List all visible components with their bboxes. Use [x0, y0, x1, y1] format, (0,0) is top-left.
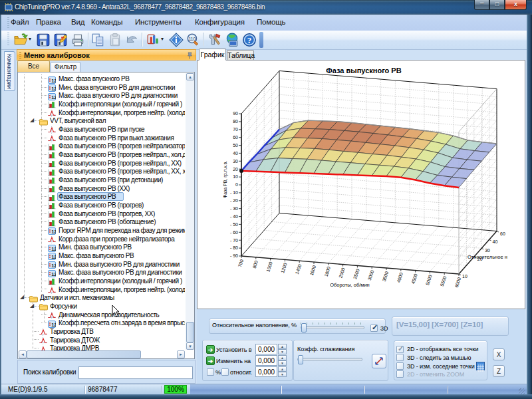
svg-text:Относительное н: Относительное н: [467, 254, 507, 260]
svg-text:4500: 4500: [410, 273, 418, 285]
svg-text:800: 800: [252, 260, 259, 269]
svg-text:50: 50: [233, 143, 238, 148]
svg-text:Фаза РВ, гр.п.к.в.: Фаза РВ, гр.п.к.в.: [223, 161, 228, 198]
svg-text:3000: 3000: [367, 269, 375, 281]
svg-text:2500: 2500: [352, 268, 360, 279]
svg-text:1600: 1600: [309, 265, 317, 276]
svg-text:40: 40: [233, 151, 238, 156]
svg-text:20: 20: [233, 167, 238, 172]
svg-text:40: 40: [493, 239, 498, 244]
svg-text:5500: 5500: [440, 275, 448, 287]
svg-text:- 10: - 10: [230, 190, 238, 195]
svg-text:30: 30: [233, 159, 238, 164]
svg-text:70: 70: [233, 127, 238, 132]
svg-text:10: 10: [462, 274, 467, 279]
svg-text:- 40: - 40: [230, 214, 238, 219]
svg-text:10: 10: [233, 174, 238, 179]
svg-text:- 80: - 80: [230, 245, 238, 250]
svg-text:60: 60: [233, 135, 238, 140]
svg-text:- 60: - 60: [230, 230, 238, 235]
svg-text:80: 80: [233, 119, 238, 124]
svg-text:0: 0: [235, 182, 238, 187]
svg-text:2000: 2000: [338, 267, 346, 279]
svg-text:- 30: - 30: [230, 206, 238, 211]
svg-text:Фаза выпускного РВ: Фаза выпускного РВ: [326, 66, 401, 74]
svg-text:- 90: - 90: [230, 253, 238, 258]
svg-text:90: 90: [233, 111, 238, 116]
svg-text:1800: 1800: [323, 266, 331, 277]
svg-text:700: 700: [237, 259, 244, 267]
svg-text:6000: 6000: [454, 277, 462, 288]
svg-text:- 50: - 50: [230, 222, 238, 227]
svg-text:60: 60: [500, 231, 505, 236]
svg-text:1400: 1400: [295, 263, 303, 275]
svg-text:1200: 1200: [280, 262, 288, 273]
svg-text:Обороты, об/мин: Обороты, об/мин: [330, 282, 370, 288]
svg-text:30: 30: [485, 248, 490, 253]
svg-text:- 70: - 70: [230, 238, 238, 243]
svg-text:3500: 3500: [382, 271, 390, 282]
svg-text:- 20: - 20: [230, 198, 238, 203]
svg-text:4000: 4000: [396, 272, 404, 283]
svg-text:1000: 1000: [265, 261, 273, 273]
svg-text:5000: 5000: [425, 274, 433, 285]
